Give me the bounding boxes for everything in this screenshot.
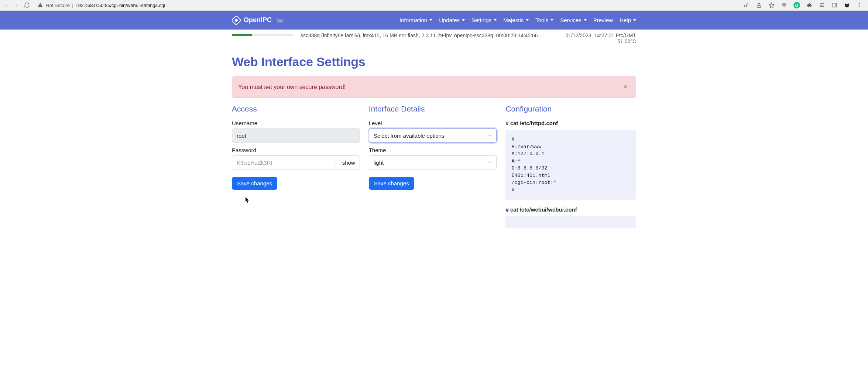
- password-field[interactable]: [232, 155, 330, 169]
- nav-item-label: Updates: [439, 17, 460, 23]
- nav-tools[interactable]: Tools: [535, 17, 553, 23]
- svg-point-0: [745, 5, 747, 7]
- nav-item-label: Settings: [471, 17, 491, 23]
- flash-usage-bar: [232, 34, 293, 36]
- chevron-down-icon: [526, 19, 529, 21]
- chevron-down-icon: [550, 19, 553, 21]
- nav-services[interactable]: Services: [560, 17, 587, 23]
- nav-item-label: Tools: [535, 17, 548, 23]
- kebab-menu-icon[interactable]: [856, 2, 863, 8]
- chevron-down-icon: [429, 19, 432, 21]
- nav-item-label: Help: [620, 17, 631, 23]
- pocket-icon[interactable]: [781, 2, 788, 8]
- brand-suffix: fpv: [276, 18, 284, 23]
- device-temp: 51.00°C: [566, 38, 636, 44]
- username-field: [232, 128, 360, 143]
- theme-label: Theme: [369, 147, 497, 153]
- save-interface-button[interactable]: Save changes: [369, 177, 414, 190]
- addr-divider: |: [72, 3, 73, 8]
- webui-conf-cmd: # cat /etc/webui/webui.conf: [505, 206, 636, 213]
- nav-menu: Information Updates Settings Majestic To…: [399, 17, 636, 23]
- svg-point-8: [235, 19, 237, 21]
- forward-icon[interactable]: [13, 2, 20, 8]
- grammarly-icon[interactable]: G: [793, 2, 800, 8]
- nav-preview[interactable]: Preview: [593, 17, 613, 23]
- reading-list-icon[interactable]: [819, 2, 825, 8]
- svg-point-4: [859, 3, 860, 4]
- panel-icon[interactable]: [831, 2, 838, 8]
- nav-settings[interactable]: Settings: [471, 17, 497, 23]
- refresh-icon[interactable]: [24, 2, 30, 8]
- brand-name: OpenIPC: [244, 16, 272, 24]
- close-icon[interactable]: [621, 82, 630, 92]
- back-icon[interactable]: [3, 2, 10, 8]
- alert-text: You must set your own secure password!: [238, 84, 346, 90]
- bookmark-star-icon[interactable]: [768, 2, 775, 8]
- extension-icon[interactable]: [806, 2, 813, 8]
- svg-rect-2: [832, 3, 837, 7]
- browser-chrome: Not Secure | 192.168.0.50:85/cgi-bin/web…: [0, 0, 868, 11]
- nav-item-label: Services: [560, 17, 581, 23]
- nav-item-label: Preview: [593, 17, 613, 23]
- save-access-button[interactable]: Save changes: [232, 177, 277, 190]
- chevron-down-icon: [494, 19, 497, 21]
- nav-help[interactable]: Help: [620, 17, 636, 23]
- show-password-label: show: [342, 160, 355, 166]
- access-heading: Access: [232, 104, 360, 113]
- interface-heading: Interface Details: [369, 104, 497, 113]
- nav-information[interactable]: Information: [399, 17, 432, 23]
- not-secure-label: Not Secure: [46, 3, 70, 8]
- brand-logo[interactable]: OpenIPC fpv: [232, 16, 284, 25]
- infobar: ssc338q (infinity6e family), imx415, 16 …: [232, 30, 636, 44]
- configuration-heading: Configuration: [505, 104, 636, 113]
- nav-updates[interactable]: Updates: [439, 17, 465, 23]
- webui-conf-content: [505, 216, 636, 228]
- chevron-down-icon: [584, 19, 587, 21]
- username-label: Username: [232, 120, 360, 126]
- page-title: Web Interface Settings: [232, 55, 636, 69]
- device-spec: ssc338q (infinity6e family), imx415, 16 …: [301, 32, 558, 38]
- svg-point-6: [859, 7, 860, 7]
- key-icon[interactable]: [743, 2, 750, 8]
- top-navbar: OpenIPC fpv Information Updates Settings…: [0, 11, 868, 30]
- not-secure-icon[interactable]: [37, 2, 44, 8]
- chevron-down-icon: [462, 19, 465, 21]
- share-icon[interactable]: [756, 2, 762, 8]
- nav-majestic[interactable]: Majestic: [503, 17, 529, 23]
- password-alert: You must set your own secure password!: [232, 76, 636, 98]
- svg-point-5: [859, 5, 860, 6]
- nav-item-label: Majestic: [503, 17, 524, 23]
- interface-column: Interface Details Level Select from avai…: [369, 104, 497, 228]
- device-datetime: 01/12/2023, 14:27:01 Etc/GMT: [566, 32, 636, 38]
- cat-profile-icon[interactable]: [844, 2, 850, 8]
- httpd-conf-content: # H:/var/www A:127.0.0.1 A:* D:8.8.8.8/3…: [505, 130, 636, 200]
- level-select[interactable]: Select from available options: [369, 128, 497, 143]
- nav-item-label: Information: [399, 17, 427, 23]
- httpd-conf-cmd: # cat /etc/httpd.conf: [505, 120, 636, 126]
- show-password-checkbox[interactable]: [335, 160, 340, 165]
- chevron-down-icon: [633, 19, 636, 21]
- address-url[interactable]: 192.168.0.50:85/cgi-bin/webui-settings.c…: [75, 3, 165, 8]
- theme-select[interactable]: light: [369, 155, 497, 169]
- level-label: Level: [369, 120, 497, 126]
- brand-icon: [232, 16, 241, 25]
- password-label: Password: [232, 147, 360, 153]
- configuration-column: Configuration # cat /etc/httpd.conf # H:…: [505, 104, 636, 228]
- access-column: Access Username Password show Save chang…: [232, 104, 360, 228]
